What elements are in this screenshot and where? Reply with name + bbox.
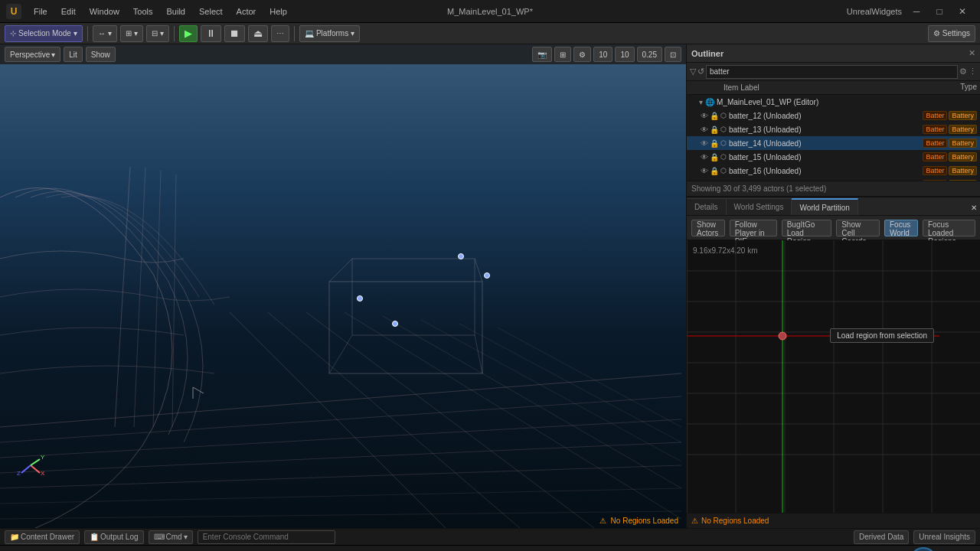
- console-input[interactable]: [198, 530, 335, 544]
- root-item-name: M_MainLevel_01_WP (Editor): [717, 98, 977, 106]
- minimize-button[interactable]: ─: [905, 0, 928, 23]
- unreal-insights-btn[interactable]: Unreal Insights: [913, 530, 975, 544]
- outliner-more-icon[interactable]: ⋮: [969, 67, 977, 77]
- output-log-btn[interactable]: 📋 Output Log: [84, 530, 143, 544]
- output-log-label: Output Log: [100, 533, 138, 541]
- derived-data-btn[interactable]: Derived Data: [854, 530, 909, 544]
- taskbar-media-icon[interactable]: 🎵: [280, 549, 305, 552]
- outliner-item-3[interactable]: 👁 🔒 ⬡ batter_15 (Unloaded) Batter Batter…: [687, 150, 980, 164]
- tag-batter-3: Batter: [923, 152, 947, 161]
- viewport-toolbar: Perspective▾ Lit Show 📷 ⊞ ⚙ 10 10 0.25 ⊡: [0, 44, 686, 64]
- snapsurface-button[interactable]: ⊟▾: [146, 25, 169, 42]
- close-button[interactable]: ✕: [951, 0, 974, 23]
- scale-btn[interactable]: 0.25: [637, 47, 662, 62]
- taskbar-right: 71°F Clear 4/1/2023 U RRCG: [821, 547, 975, 552]
- wp-grid-svg: [687, 240, 980, 513]
- windows-start-button[interactable]: ⊞: [5, 549, 29, 552]
- show-btn[interactable]: Show: [86, 47, 116, 62]
- outliner-search-input[interactable]: [706, 65, 958, 79]
- pause-button[interactable]: ⏸: [201, 25, 221, 42]
- ue-logo-circle: U: [910, 547, 937, 552]
- play-button[interactable]: ▶: [179, 25, 198, 42]
- wireframe-overlay: [0, 44, 686, 528]
- menu-select[interactable]: Select: [193, 5, 229, 18]
- bugitgo-btn[interactable]: BugItGo Load Region: [782, 220, 831, 236]
- root-expand-icon: ▾: [699, 98, 703, 106]
- taskbar-unreal-icon[interactable]: U: [308, 549, 332, 552]
- outliner-item-2[interactable]: 👁 🔒 ⬡ batter_14 (Unloaded) Batter Batter…: [687, 136, 980, 150]
- wp-map[interactable]: 9.16x9.72x4.20 km Load region from selec…: [687, 240, 980, 513]
- eye-icon-0: 👁: [701, 112, 708, 120]
- maximize-vp-btn[interactable]: ⊡: [665, 47, 681, 62]
- cmd-icon: ⌨: [154, 533, 165, 541]
- tag-battery-4: Battery: [949, 166, 977, 175]
- mode-button[interactable]: ⊹ Selection Mode ▾: [5, 25, 83, 42]
- outliner-settings-icon[interactable]: ⚙: [959, 67, 967, 77]
- more-play-options[interactable]: ⋯: [271, 25, 289, 42]
- taskbar: ⊞ 🔍 📁 📄 🌐 🔵 🎵 U 71°F Clear 4/1/2023 U RR…: [0, 545, 980, 551]
- outliner-item-4[interactable]: 👁 🔒 ⬡ batter_16 (Unloaded) Batter Batter…: [687, 164, 980, 178]
- status-right: Derived Data Unreal Insights: [854, 530, 975, 544]
- outliner-item-1[interactable]: 👁 🔒 ⬡ batter_13 (Unloaded) Batter Batter…: [687, 122, 980, 136]
- maximize-button[interactable]: □: [928, 0, 951, 23]
- angle-btn[interactable]: 10: [615, 47, 634, 62]
- tab-details[interactable]: Details: [687, 198, 727, 215]
- camera-icon-btn[interactable]: 📷: [532, 47, 552, 62]
- svg-text:Z: Z: [17, 470, 21, 477]
- world-partition-close-btn[interactable]: ✕: [968, 200, 980, 215]
- transform-button[interactable]: ↔▾: [93, 25, 117, 42]
- menu-edit[interactable]: Edit: [55, 5, 82, 18]
- viewport[interactable]: Perspective▾ Lit Show 📷 ⊞ ⚙ 10 10 0.25 ⊡: [0, 44, 686, 528]
- outliner-title: Outliner: [691, 49, 724, 58]
- grid-size-btn[interactable]: 10: [593, 47, 612, 62]
- toolbar-sep-2: [174, 26, 175, 41]
- lit-btn[interactable]: Lit: [64, 47, 83, 62]
- outliner-close-button[interactable]: ✕: [969, 48, 975, 58]
- taskbar-explorer-icon[interactable]: 📁: [170, 549, 194, 552]
- taskbar-file-icon[interactable]: 📄: [198, 549, 222, 552]
- taskbar-browser-icon[interactable]: 🌐: [225, 549, 250, 552]
- svg-line-2: [153, 171, 161, 427]
- menu-tools[interactable]: Tools: [127, 5, 159, 18]
- viewport-options[interactable]: ⚙: [573, 47, 591, 62]
- menu-file[interactable]: File: [28, 5, 54, 18]
- menu-help[interactable]: Help: [263, 5, 293, 18]
- grid-icon-btn[interactable]: ⊞: [554, 47, 571, 62]
- app-icon: U: [6, 4, 21, 19]
- menu-actor[interactable]: Actor: [230, 5, 263, 18]
- col-type-header: Type: [916, 83, 977, 93]
- svg-line-18: [498, 328, 681, 427]
- follow-player-btn[interactable]: Follow Player in PIE: [730, 220, 777, 236]
- content-drawer-btn[interactable]: 📁 Content Drawer: [5, 530, 80, 544]
- item-type-icon-2: ⬡: [720, 139, 727, 147]
- tab-world-settings[interactable]: World Settings: [727, 198, 792, 215]
- perspective-btn[interactable]: Perspective▾: [5, 47, 60, 62]
- focus-world-btn[interactable]: Focus World: [884, 220, 918, 236]
- focus-loaded-btn[interactable]: Focus Loaded Regions: [923, 220, 975, 236]
- menu-window[interactable]: Window: [83, 5, 126, 18]
- menu-build[interactable]: Build: [161, 5, 191, 18]
- taskbar-chrome-icon[interactable]: 🔵: [253, 549, 277, 552]
- outliner-refresh-icon[interactable]: ↺: [697, 67, 704, 77]
- settings-button[interactable]: ⚙ Settings: [928, 25, 975, 42]
- svg-text:Y: Y: [41, 454, 45, 461]
- svg-line-9: [0, 488, 681, 504]
- platforms-button[interactable]: 💻 Platforms▾: [299, 25, 360, 42]
- item-name-4: batter_16 (Unloaded): [729, 167, 921, 175]
- cmd-btn[interactable]: ⌨ Cmd▾: [149, 530, 193, 544]
- show-cell-btn[interactable]: Show Cell Coords: [836, 220, 880, 236]
- outliner-filter-icon[interactable]: ▽: [690, 67, 696, 77]
- outliner-root-item[interactable]: ▾ 🌐 M_MainLevel_01_WP (Editor): [687, 95, 980, 109]
- scene-pin-3: [392, 321, 398, 327]
- stop-button[interactable]: ⏹: [224, 25, 245, 42]
- svg-line-24: [475, 335, 482, 373]
- svg-line-28: [31, 459, 40, 465]
- show-actors-btn[interactable]: Show Actors: [691, 220, 725, 236]
- window-controls: ─ □ ✕: [905, 0, 974, 23]
- tab-world-partition[interactable]: World Partition: [792, 198, 858, 215]
- eject-button[interactable]: ⏏: [248, 25, 268, 42]
- snapsurface-icon: ⊟: [152, 29, 158, 37]
- wp-status-text: No Regions Loaded: [701, 517, 769, 525]
- outliner-item-0[interactable]: 👁 🔒 ⬡ batter_12 (Unloaded) Batter Batter…: [687, 109, 980, 122]
- snap-button[interactable]: ⊞▾: [120, 25, 143, 42]
